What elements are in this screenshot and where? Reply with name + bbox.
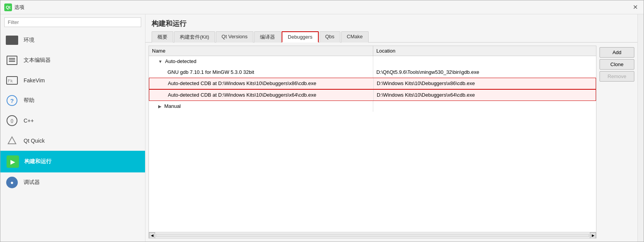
sidebar-item-cpp[interactable]: {} C++ [0,111,145,131]
main-content: 构建和运行 概要 构建套件(Kit) Qt Versions 编译器 Debug… [145,14,637,242]
remove-button[interactable]: Remove [600,71,634,82]
svg-text:Fk: Fk [8,78,13,84]
dialog-title: 选项 [14,4,630,11]
tab-qbs[interactable]: Qbs [319,31,340,43]
table-header: Name Location [149,46,596,56]
sidebar-label-qtquick: Qt Quick [24,138,44,144]
row-name-manual: ▶ Manual [149,101,373,112]
tab-cmake[interactable]: CMake [341,31,369,43]
tab-qt-versions[interactable]: Qt Versions [216,31,253,43]
clone-button[interactable]: Clone [600,59,634,70]
sidebar-label-env: 环境 [24,37,34,44]
sidebar-item-env[interactable]: 环境 [0,30,145,50]
scroll-right-button[interactable]: ▶ [590,232,596,239]
row-name-auto-detected: ▼ Auto-detected [149,56,373,67]
sidebar-label-build: 构建和运行 [24,158,51,165]
options-dialog: Qt 选项 ✕ 环境 文本编辑器 [0,0,644,242]
col-name-header: Name [149,46,373,56]
table-body: ▼ Auto-detected GNU gdb 7.10.1 for MinGW… [149,56,596,232]
close-button[interactable]: ✕ [630,3,640,12]
sidebar-item-fakevim[interactable]: Fk FakeVim [0,70,145,90]
sidebar-label-debugger: 调试器 [24,179,40,186]
action-buttons: Add Clone Remove [600,46,634,239]
row-location-cdb-x64: D:\Windows Kits\10\Debuggers\x64\cdb.exe [374,90,596,101]
editor-icon [5,53,19,67]
svg-marker-2 [8,137,16,144]
debuggers-table: Name Location ▼ Auto-detected [149,46,596,239]
row-name-cdb-x86: Auto-detected CDB at D:\Windows Kits\10\… [149,78,374,89]
debugger-icon: ● [5,176,19,189]
dialog-body: 环境 文本编辑器 Fk FakeVim ? [0,14,644,242]
table-row[interactable]: GNU gdb 7.10.1 for MinGW 5.3.0 32bit D:\… [149,67,596,78]
row-name-gdb: GNU gdb 7.10.1 for MinGW 5.3.0 32bit [149,67,373,78]
row-location-auto-detected [373,61,596,62]
sidebar-label-fakevim: FakeVim [24,77,45,84]
scroll-left-button[interactable]: ◀ [149,232,155,239]
sidebar-label-editor: 文本编辑器 [24,57,51,64]
table-row[interactable]: ▶ Manual [149,101,596,112]
cpp-icon: {} [5,114,19,128]
expand-icon: ▼ [158,59,162,64]
title-bar: Qt 选项 ✕ [0,0,644,14]
table-row-cdb-x64[interactable]: Auto-detected CDB at D:\Windows Kits\10\… [149,89,596,101]
tab-debuggers[interactable]: Debuggers [282,31,319,43]
row-location-cdb-x86: D:\Windows Kits\10\Debuggers\x86\cdb.exe [374,78,596,89]
build-icon: ▶ [6,155,20,169]
col-location-header: Location [373,46,596,56]
add-button[interactable]: Add [600,47,634,58]
sidebar-item-editor[interactable]: 文本编辑器 [0,50,145,70]
tab-compilers[interactable]: 编译器 [254,31,281,43]
page-title: 构建和运行 [145,14,637,31]
content-area: Name Location ▼ Auto-detected [145,43,637,242]
sidebar-item-help[interactable]: ? 帮助 [0,90,145,111]
tab-overview[interactable]: 概要 [152,31,173,43]
table-row-cdb-x86[interactable]: Auto-detected CDB at D:\Windows Kits\10\… [149,78,596,89]
horizontal-scrollbar[interactable]: ◀ ▶ [149,232,596,238]
row-location-gdb: D:\Qt\Qt5.9.6\Tools\mingw530_32\bin\gdb.… [373,67,596,78]
row-name-cdb-x64: Auto-detected CDB at D:\Windows Kits\10\… [149,90,374,101]
vertical-scrollbar[interactable] [637,14,644,242]
app-icon: Qt [4,3,12,11]
sidebar-item-debugger[interactable]: ● 调试器 [0,172,145,193]
tabs-bar: 概要 构建套件(Kit) Qt Versions 编译器 Debuggers Q… [145,31,637,43]
tab-kits[interactable]: 构建套件(Kit) [174,31,215,43]
sidebar-label-help: 帮助 [24,97,34,104]
row-location-manual [373,106,596,107]
sidebar-item-build[interactable]: ▶ 构建和运行 [0,151,145,172]
table-row[interactable]: ▼ Auto-detected [149,56,596,67]
help-icon: ? [5,94,19,107]
sidebar: 环境 文本编辑器 Fk FakeVim ? [0,14,145,242]
collapse-icon: ▶ [158,104,161,109]
sidebar-item-qtquick[interactable]: Qt Quick [0,131,145,151]
fakevim-icon: Fk [5,73,19,87]
env-icon [5,33,19,47]
qtquick-icon [5,134,19,148]
filter-input[interactable] [4,17,141,27]
sidebar-label-cpp: C++ [24,118,34,124]
scroll-track[interactable] [156,234,589,237]
